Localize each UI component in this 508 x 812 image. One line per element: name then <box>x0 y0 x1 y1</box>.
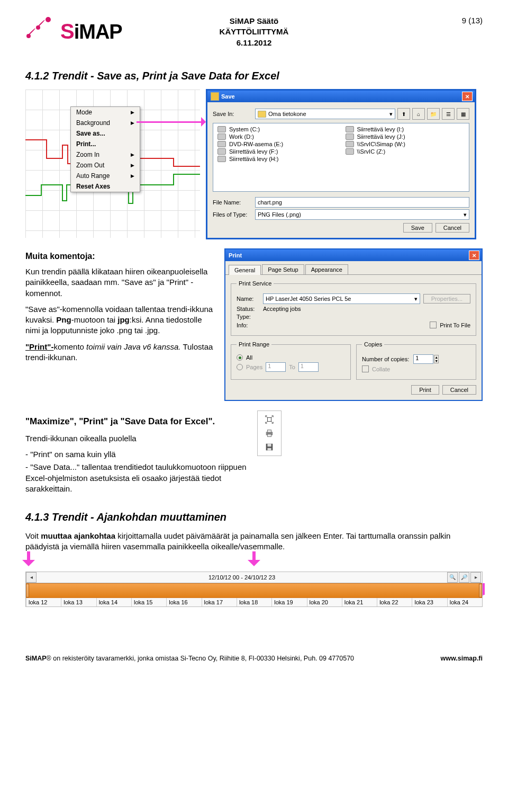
drive-icon <box>346 133 354 140</box>
close-icon[interactable]: ✕ <box>462 92 473 101</box>
paragraph: Voit muuttaa ajankohtaa kirjoittamalla u… <box>25 531 483 552</box>
drive-item[interactable]: Siirrettävä levy (J:) <box>341 133 469 140</box>
timeline-handle-right[interactable] <box>479 584 482 597</box>
logo-s: S <box>60 20 74 43</box>
ctx-zoom-in[interactable]: Zoom In <box>71 149 140 160</box>
connector-arrowhead-icon <box>201 117 211 127</box>
svg-rect-2 <box>267 430 271 433</box>
header-title-block: SiMAP Säätö KÄYTTÖLIITTYMÄ 6.11.2012 <box>220 16 289 48</box>
print-service-legend: Print Service <box>237 280 274 287</box>
footer-link[interactable]: www.simap.fi <box>441 655 483 662</box>
header-line2: KÄYTTÖLIITTYMÄ <box>220 26 289 37</box>
zoom-out-icon[interactable]: 🔍 <box>447 572 458 583</box>
filename-input[interactable]: chart.png <box>255 197 469 208</box>
print-dialog: Print ✕ General Page Setup Appearance Pr… <box>224 248 483 401</box>
header-line1: SiMAP Säätö <box>220 16 289 26</box>
close-icon[interactable]: ✕ <box>469 251 479 260</box>
print-service-section: Print Service Name: HP LaserJet 4050 Ser… <box>231 280 476 336</box>
drive-list[interactable]: System (C:) Work (D:) DVD-RW-asema (E:) … <box>213 123 469 192</box>
ctx-background[interactable]: Background <box>71 118 140 128</box>
printer-name-combo[interactable]: HP LaserJet 4050 Series PCL 5e▾ <box>263 293 420 304</box>
drive-item[interactable]: Work (D:) <box>213 133 341 140</box>
section-4-1-3-heading: 4.1.3 Trendit - Ajankohdan muuttaminen <box>25 511 483 523</box>
list-view-button[interactable]: ☰ <box>442 108 455 120</box>
num-copies-field[interactable]: 1 <box>413 354 433 364</box>
filetype-combo[interactable]: PNG Files (.png) ▾ <box>255 209 469 220</box>
print-icon[interactable] <box>264 428 275 439</box>
print-cancel-button[interactable]: Cancel <box>442 385 476 395</box>
timeline[interactable]: ◂ 12/10/12 00 - 24/10/12 23 🔍 🔎 ▸ loka 1… <box>25 572 483 607</box>
simap-logo: SiMAP <box>25 17 122 43</box>
ctx-saveas[interactable]: Save as... <box>71 128 140 139</box>
save-data-icon[interactable] <box>264 442 275 452</box>
tick: loka 20 <box>307 598 342 606</box>
section-4-1-2-heading: 4.1.2 Trendit - Save as, Print ja Save D… <box>25 70 483 82</box>
timeline-prev-button[interactable]: ◂ <box>26 572 37 583</box>
drive-item[interactable]: DVD-RW-asema (E:) <box>213 140 341 148</box>
paragraph: Kun trendin päällä klikataan hiiren oike… <box>25 266 216 299</box>
details-view-button[interactable]: ▦ <box>457 108 469 120</box>
header-line3: 6.11.2012 <box>220 38 289 48</box>
tab-general[interactable]: General <box>229 265 261 275</box>
collate-checkbox[interactable] <box>362 365 369 372</box>
save-button[interactable]: Save <box>403 223 432 233</box>
chevron-down-icon: ▾ <box>464 211 467 218</box>
copies-section: Copies Number of copies: 1 ▲▼ Collate <box>356 341 476 380</box>
timeline-ticks: loka 12 loka 13 loka 14 loka 15 loka 16 … <box>26 598 482 606</box>
drive-item[interactable]: System (C:) <box>213 126 341 133</box>
radio-pages[interactable] <box>237 364 243 370</box>
pages-to[interactable]: 1 <box>298 362 319 372</box>
new-folder-button[interactable]: 📁 <box>427 108 440 120</box>
cancel-button[interactable]: Cancel <box>436 223 469 233</box>
ctx-reset-axes[interactable]: Reset Axes <box>71 181 140 192</box>
num-copies-label: Number of copies: <box>362 356 409 362</box>
paragraph: "Save as"-komennolla voidaan tallentaa t… <box>25 304 216 336</box>
tick: loka 19 <box>271 598 306 606</box>
drive-icon <box>346 126 354 132</box>
ctx-auto-range[interactable]: Auto Range <box>71 171 140 181</box>
properties-button[interactable]: Properties... <box>423 294 470 304</box>
svg-rect-3 <box>267 434 271 437</box>
trend-chart[interactable]: Mode Background Save as... Print... Zoom… <box>25 90 200 238</box>
timeline-bar[interactable] <box>26 583 482 598</box>
text-column-2: "Maximize", "Print" ja "Save Data for Ex… <box>25 411 248 496</box>
print-range-legend: Print Range <box>237 341 271 347</box>
printer-name-label: Name: <box>237 296 263 302</box>
tick: loka 16 <box>166 598 201 606</box>
timeline-next-button[interactable]: ▸ <box>470 572 481 583</box>
spinner-icon[interactable]: ▲▼ <box>434 355 439 363</box>
print-button[interactable]: Print <box>411 385 439 395</box>
connector-arrow-line <box>137 121 205 123</box>
tab-page-setup[interactable]: Page Setup <box>262 264 304 274</box>
maximize-icon[interactable] <box>264 414 275 425</box>
drive-item[interactable]: \\SrvIC (Z:) <box>341 148 469 155</box>
zoom-in-icon[interactable]: 🔎 <box>459 572 469 583</box>
save-titlebar[interactable]: Save ✕ <box>207 91 475 102</box>
timeline-handle-left[interactable] <box>26 584 29 597</box>
up-folder-button[interactable]: ⬆ <box>397 108 410 120</box>
ctx-print[interactable]: Print... <box>71 139 140 149</box>
ctx-mode[interactable]: Mode <box>71 107 140 118</box>
drive-item[interactable]: Siirrettävä levy (H:) <box>213 155 341 163</box>
info-label: Info: <box>237 322 263 328</box>
timeline-range-label: 12/10/12 00 - 24/10/12 23 <box>37 574 447 581</box>
svg-rect-6 <box>267 448 271 451</box>
save-in-label: Save In: <box>213 111 255 117</box>
trend-side-icons <box>257 411 282 456</box>
print-titlebar[interactable]: Print ✕ <box>225 249 482 261</box>
save-window-icon <box>211 92 219 101</box>
radio-all[interactable] <box>237 354 243 361</box>
ctx-zoom-out[interactable]: Zoom Out <box>71 160 140 171</box>
pages-from[interactable]: 1 <box>266 362 286 372</box>
drive-item[interactable]: Siirrettävä levy (I:) <box>341 126 469 133</box>
drive-item[interactable]: \\SrvIC\Simap (W:) <box>341 140 469 148</box>
print-tabs: General Page Setup Appearance <box>225 261 482 275</box>
tab-appearance[interactable]: Appearance <box>305 264 348 274</box>
to-label: To <box>289 364 295 370</box>
print-to-file-checkbox[interactable] <box>430 322 437 328</box>
drive-item[interactable]: Siirrettävä levy (F:) <box>213 148 341 155</box>
context-menu[interactable]: Mode Background Save as... Print... Zoom… <box>70 106 140 192</box>
tick: loka 22 <box>377 598 412 606</box>
save-in-combo[interactable]: Oma tietokone ▾ <box>255 109 395 119</box>
home-button[interactable]: ⌂ <box>412 108 425 120</box>
